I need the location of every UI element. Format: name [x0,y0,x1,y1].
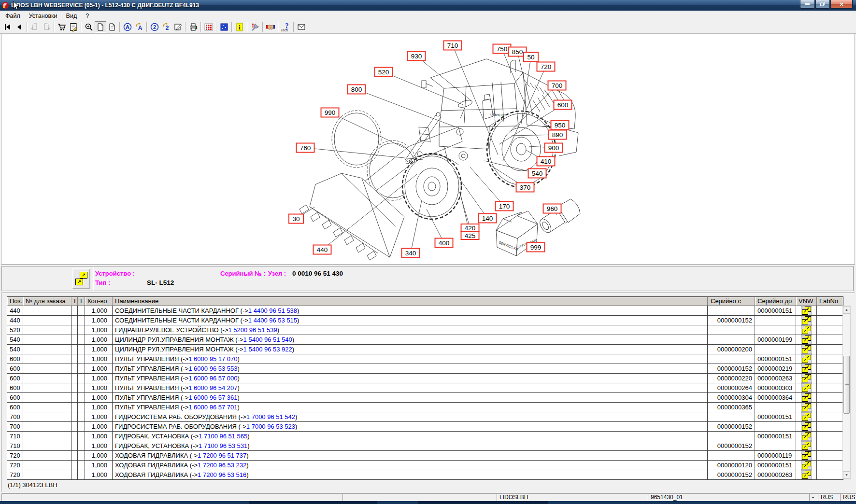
table-row[interactable]: 600 1,000 ПУЛЬТ УПРАВЛЕНИЯ (->1 6000 96 … [7,373,843,383]
vnw-link-icon[interactable]: ↗↗ [801,383,812,392]
table-row[interactable]: 540 1,000 ЦИЛИНДР РУЛ.УПРАВЛЕНИЯ МОНТАЖ … [7,344,843,354]
toolbar-mail[interactable] [296,21,307,33]
vnw-link-icon[interactable]: ↗↗ [801,354,812,364]
part-number-link[interactable]: 1 6000 95 17 070 [188,355,237,363]
table-row[interactable]: 600 1,000 ПУЛЬТ УПРАВЛЕНИЯ (->1 6000 96 … [7,402,843,412]
menu-file[interactable]: Файл [1,11,25,21]
toolbar-lidos-help[interactable]: ?LIDOS [280,21,292,33]
header-vnw[interactable]: VNW [796,297,817,306]
part-number-link[interactable]: 1 7000 96 51 542 [246,413,295,420]
part-number-link[interactable]: 1 7000 96 53 523 [246,423,295,430]
menu-settings[interactable]: Установки [25,11,62,21]
toolbar-order-form[interactable] [68,21,79,33]
menu-help[interactable]: ? [81,11,93,21]
table-row[interactable]: 540 1,000 ЦИЛИНДР РУЛ.УПРАВЛЕНИЯ МОНТАЖ … [7,335,843,344]
menu-view[interactable]: Вид [62,11,82,21]
taskbar-item[interactable] [249,501,377,504]
header-order-no[interactable]: № для заказа [23,297,71,306]
scroll-down-arrow[interactable]: ▼ [843,471,850,479]
table-row[interactable]: 600 1,000 ПУЛЬТ УПРАВЛЕНИЯ (->1 6000 96 … [7,364,843,373]
toolbar-print[interactable] [187,21,199,33]
title-bar[interactable]: LIDOS LBH WEBSERVICE (05-1) - L512-430 С… [0,0,856,11]
part-number-link[interactable]: 1 7200 96 53 232 [198,462,246,469]
taskbar-item[interactable] [418,501,548,504]
toolbar-info[interactable]: i [234,21,245,33]
header-i1[interactable]: I [71,297,78,306]
toolbar-nav-back[interactable] [14,21,25,33]
vnw-link-icon[interactable]: ↗↗ [801,441,812,450]
table-row[interactable]: 440 1,000 СОЕДИНИТЕЛЬНЫЕ ЧАСТИ КАРДАННОГ… [7,315,843,325]
header-serial-to[interactable]: Серийно до [755,297,796,306]
table-row[interactable]: 600 1,000 ПУЛЬТ УПРАВЛЕНИЯ (->1 6000 95 … [7,354,843,364]
toolbar-find-2[interactable]: 2 [149,21,160,33]
toolbar-find-2-prev[interactable]: 2 [160,21,172,33]
vnw-link-icon[interactable]: ↗↗ [801,393,812,402]
part-number-link[interactable]: 1 5200 96 51 539 [228,326,277,334]
toolbar-image[interactable] [218,21,230,33]
vnw-link-icon[interactable]: ↗↗ [801,470,812,479]
table-row[interactable]: 600 1,000 ПУЛЬТ УПРАВЛЕНИЯ (->1 6000 96 … [7,392,843,402]
toolbar-find-a[interactable]: A [122,21,133,33]
table-row[interactable]: 720 1,000 ХОДОВАЯ ГИДРАВЛИКА (->1 7200 9… [7,470,843,479]
vnw-link-icon[interactable]: ↗↗ [801,306,812,315]
table-row[interactable]: 720 1,000 ХОДОВАЯ ГИДРАВЛИКА (->1 7200 9… [7,450,843,460]
part-number-link[interactable]: 1 7200 96 51 737 [198,452,246,459]
part-number-link[interactable]: 1 6000 96 57 000 [188,375,237,382]
header-i2[interactable]: I [78,297,85,306]
part-number-link[interactable]: 1 7100 96 53 531 [199,442,247,449]
header-fabno[interactable]: FabNo [817,297,843,306]
close-button[interactable]: × [830,0,853,9]
vnw-link-icon[interactable]: ↗↗ [801,316,812,325]
vnw-link-icon[interactable]: ↗↗ [801,335,812,344]
toolbar-edit-note[interactable] [172,21,184,33]
link-icon-button[interactable]: ↗↗ [72,268,90,289]
header-pos[interactable]: Поз. [7,297,23,306]
toolbar-page-view[interactable] [95,21,106,33]
part-number-link[interactable]: 1 4400 96 53 515 [248,317,297,324]
minimize-button[interactable] [800,0,815,9]
vnw-link-icon[interactable]: ↗↗ [801,374,812,383]
part-number-link[interactable]: 1 4400 96 51 538 [248,307,297,314]
toolbar-find-a-prev[interactable]: A [133,21,145,33]
header-qty[interactable]: Кол-во [85,297,113,306]
toolbar-zoom[interactable] [83,21,95,33]
table-row[interactable]: 710 1,000 ГИДРОБАК, УСТАНОВКА (->1 7100 … [7,441,843,450]
vertical-scrollbar[interactable]: ▲ ▼ [842,306,851,479]
header-name[interactable]: Наименование [113,297,708,306]
vnw-link-icon[interactable]: ↗↗ [801,412,812,421]
table-row[interactable]: 600 1,000 ПУЛЬТ УПРАВЛЕНИЯ (->1 6000 96 … [7,383,843,392]
restore-button[interactable] [815,0,830,9]
part-number-link[interactable]: 1 6000 96 54 207 [188,384,237,392]
table-row[interactable]: 440 1,000 СОЕДИНИТЕЛЬНЫЕ ЧАСТИ КАРДАННОГ… [7,306,843,315]
toolbar-service-info[interactable] [249,21,261,33]
vnw-link-icon[interactable]: ↗↗ [801,451,812,460]
vnw-link-icon[interactable]: ↗↗ [801,422,812,431]
part-number-link[interactable]: 1 5400 96 53 922 [243,346,292,353]
vnw-link-icon[interactable]: ↗↗ [801,345,812,354]
table-row[interactable]: 720 1,000 ХОДОВАЯ ГИДРАВЛИКА (->1 7200 9… [7,460,843,470]
part-number-link[interactable]: 1 6000 96 57 361 [188,394,237,401]
table-row[interactable]: 700 1,000 ГИДРОСИСТЕМА РАБ. ОБОРУДОВАНИЯ… [7,412,843,421]
scroll-up-arrow[interactable]: ▲ [843,306,850,314]
part-number-link[interactable]: 1 5400 96 51 540 [243,336,292,343]
toolbar-table-grid[interactable] [203,21,214,33]
part-number-link[interactable]: 1 7200 96 53 516 [198,471,246,478]
scrollbar-thumb[interactable] [843,356,850,414]
toolbar-page-new[interactable] [106,21,118,33]
vnw-link-icon[interactable]: ↗↗ [801,325,812,335]
toolbar-partner[interactable] [265,21,276,33]
vnw-link-icon[interactable]: ↗↗ [801,364,812,373]
table-row[interactable]: 520 1,000 ГИДРАВЛ.РУЛЕВОЕ УСТРОЙСТВО (->… [7,325,843,335]
vnw-link-icon[interactable]: ↗↗ [801,461,812,470]
toolbar-cart[interactable] [56,21,68,33]
header-serial-from[interactable]: Серийно с [708,297,755,306]
table-row[interactable]: 710 1,000 ГИДРОБАК, УСТАНОВКА (->1 7100 … [7,431,843,441]
toolbar-nav-first[interactable] [2,21,14,33]
cell-order-no [23,393,71,402]
part-number-link[interactable]: 1 7100 96 51 565 [199,433,247,440]
table-row[interactable]: 700 1,000 ГИДРОСИСТЕМА РАБ. ОБОРУДОВАНИЯ… [7,421,843,431]
vnw-link-icon[interactable]: ↗↗ [801,403,812,412]
vnw-link-icon[interactable]: ↗↗ [801,432,812,441]
part-number-link[interactable]: 1 6000 96 57 701 [188,404,237,411]
part-number-link[interactable]: 1 6000 96 53 553 [188,365,237,372]
